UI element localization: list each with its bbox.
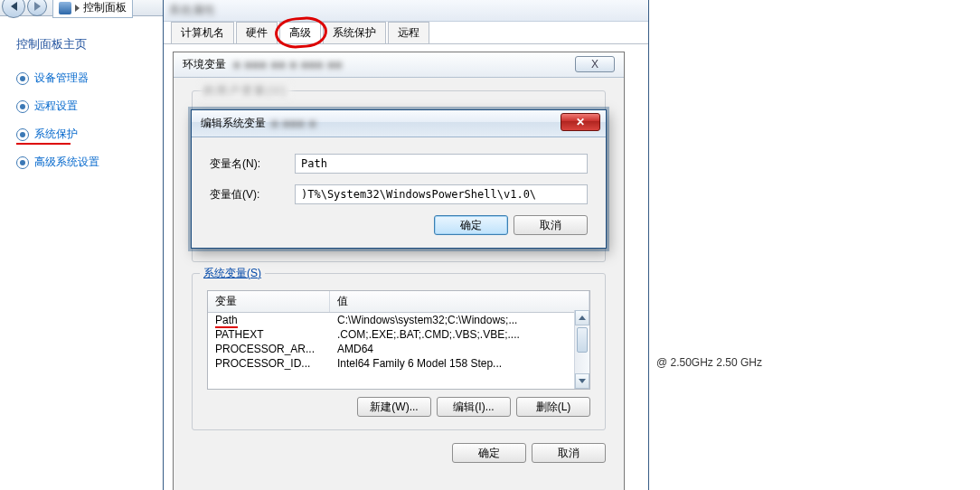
list-header: 变量 值 xyxy=(208,291,589,313)
list-row-processor-arch[interactable]: PROCESSOR_AR... AMD64 xyxy=(208,342,589,356)
tab-computer-name[interactable]: 计算机名 xyxy=(171,22,234,43)
scroll-thumb[interactable] xyxy=(577,327,588,353)
system-variables-group: 系统变量(S) 变量 值 Path C:\Windows\system32;C:… xyxy=(192,273,606,430)
scroll-down-button[interactable] xyxy=(575,373,589,389)
bullet-icon xyxy=(16,100,29,113)
explorer-toolbar: 控制面板 xyxy=(0,0,163,16)
window-title: 系统属性 xyxy=(169,3,216,18)
var-value-label: 变量值(V): xyxy=(210,187,295,203)
close-icon: ✕ xyxy=(576,116,585,128)
env-ok-button[interactable]: 确定 xyxy=(452,443,526,463)
breadcrumb[interactable]: 控制面板 xyxy=(52,0,133,18)
list-row-pathext[interactable]: PATHEXT .COM;.EXE;.BAT;.CMD;.VBS;.VBE;..… xyxy=(208,327,589,342)
user-vars-legend: 的用户变量(U) xyxy=(200,83,291,99)
cpu-info-text: @ 2.50GHz 2.50 GHz xyxy=(656,356,762,369)
system-properties-window: 系统属性 计算机名 硬件 高级 系统保护 远程 环境变量 ■ ■■■ ■■ ■ … xyxy=(163,0,649,490)
edit-sys-var-button[interactable]: 编辑(I)... xyxy=(437,397,511,417)
var-name-input[interactable] xyxy=(295,154,588,174)
new-sys-var-button[interactable]: 新建(W)... xyxy=(357,397,431,417)
sidebar-item-system-protection[interactable]: 系统保护 xyxy=(16,127,152,142)
sidebar: 控制面板主页 设备管理器 远程设置 系统保护 高级系统设置 xyxy=(0,18,152,183)
edit-dialog-titlebar[interactable]: 编辑系统变量 ■ ■■■ ■ ✕ xyxy=(192,110,606,137)
sidebar-item-advanced-system-settings[interactable]: 高级系统设置 xyxy=(16,155,152,170)
nav-forward-button[interactable] xyxy=(27,0,47,16)
system-properties-titlebar[interactable]: 系统属性 xyxy=(164,0,648,22)
env-dialog-title: 环境变量 xyxy=(183,57,226,72)
sidebar-title: 控制面板主页 xyxy=(16,36,152,52)
tabs: 计算机名 硬件 高级 系统保护 远程 xyxy=(164,22,648,43)
system-variables-list[interactable]: 变量 值 Path C:\Windows\system32;C:\Windows… xyxy=(207,290,590,390)
scroll-track[interactable] xyxy=(575,354,589,373)
env-cancel-button[interactable]: 取消 xyxy=(532,443,606,463)
col-variable[interactable]: 变量 xyxy=(208,291,330,312)
arrow-left-icon xyxy=(11,2,17,11)
breadcrumb-text: 控制面板 xyxy=(83,0,127,15)
tab-hardware[interactable]: 硬件 xyxy=(236,22,278,43)
edit-dialog-title: 编辑系统变量 xyxy=(201,116,266,131)
scroll-up-button[interactable] xyxy=(575,310,589,325)
nav-back-button[interactable] xyxy=(2,0,25,18)
env-close-button[interactable]: X xyxy=(575,56,615,72)
list-row-path[interactable]: Path C:\Windows\system32;C:\Windows;... xyxy=(208,313,589,327)
edit-close-button[interactable]: ✕ xyxy=(561,113,600,131)
tab-remote[interactable]: 远程 xyxy=(388,22,429,43)
system-vars-legend: 系统变量(S) xyxy=(200,266,265,281)
tab-advanced[interactable]: 高级 xyxy=(279,22,321,43)
control-panel-icon xyxy=(59,2,71,14)
bullet-icon xyxy=(16,72,29,85)
var-value-input[interactable] xyxy=(295,184,588,204)
chevron-right-icon xyxy=(75,5,80,12)
tab-system-protection[interactable]: 系统保护 xyxy=(323,22,386,43)
env-dialog-titlebar[interactable]: 环境变量 ■ ■■■ ■■ ■ ■■■ ■■ X xyxy=(174,52,624,78)
title-blur-text: ■ ■■■ ■■ ■ ■■■ ■■ xyxy=(233,59,343,71)
bullet-icon xyxy=(16,128,29,141)
delete-sys-var-button[interactable]: 删除(L) xyxy=(516,397,590,417)
col-value[interactable]: 值 xyxy=(330,291,589,312)
sidebar-item-remote-settings[interactable]: 远程设置 xyxy=(16,99,152,114)
title-blur-text: ■ ■■■ ■ xyxy=(271,118,316,130)
sidebar-item-device-manager[interactable]: 设备管理器 xyxy=(16,71,152,86)
var-name-label: 变量名(N): xyxy=(210,156,295,172)
bullet-icon xyxy=(16,156,29,169)
close-icon: X xyxy=(591,58,598,71)
scrollbar[interactable] xyxy=(574,310,589,389)
edit-system-variable-dialog: 编辑系统变量 ■ ■■■ ■ ✕ 变量名(N): 变量值(V): 确定 取消 xyxy=(191,109,607,249)
arrow-right-icon xyxy=(34,2,41,11)
system-properties-body: 环境变量 ■ ■■■ ■■ ■ ■■■ ■■ X 的用户变量(U) 系统变量(S… xyxy=(164,43,648,459)
list-row-processor-id[interactable]: PROCESSOR_ID... Intel64 Family 6 Model 1… xyxy=(208,356,589,371)
edit-ok-button[interactable]: 确定 xyxy=(434,215,508,235)
edit-cancel-button[interactable]: 取消 xyxy=(514,215,588,235)
